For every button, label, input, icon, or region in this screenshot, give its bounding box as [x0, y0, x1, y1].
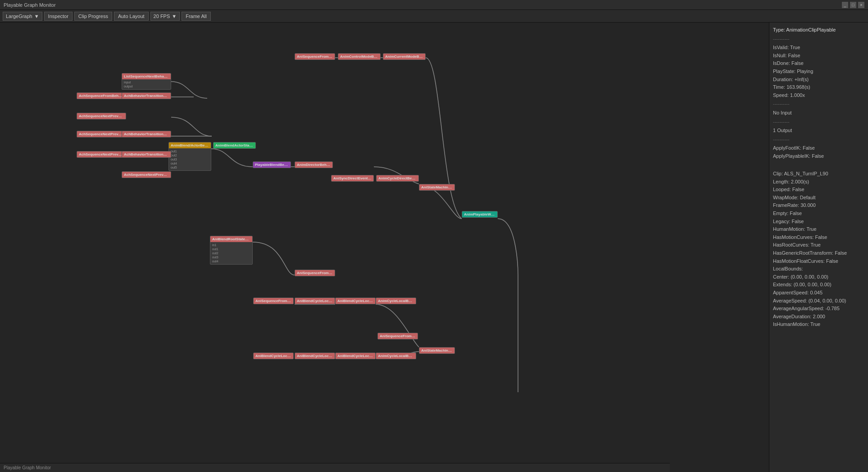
- graph-dropdown[interactable]: LargeGraph ▼: [3, 12, 42, 21]
- port-row: out3: [171, 157, 209, 161]
- port-row: out4: [212, 259, 250, 263]
- graph-node-n12[interactable]: PlayableBlendBehavior: [253, 161, 291, 168]
- inspector-panel: Type: AnimationClipPlayable ---------- I…: [769, 23, 868, 472]
- port-label: out2: [171, 154, 177, 157]
- maximize-button[interactable]: □: [850, 2, 856, 8]
- port-label: out4: [171, 162, 177, 165]
- graph-node-n11[interactable]: AnimBlendActorStateBehavior: [213, 142, 256, 149]
- chevron-down-icon: ▼: [34, 14, 39, 19]
- duration: Duration: +Inf(s): [773, 76, 864, 84]
- graph-node-n32[interactable]: AnimCycleLocalBehavior: [376, 353, 416, 359]
- chevron-down-icon: ▼: [172, 14, 177, 19]
- graph-node-n28[interactable]: AniStateMachineB: [419, 347, 455, 354]
- minimize-button[interactable]: _: [842, 2, 848, 8]
- port-row: output: [124, 84, 169, 88]
- graph-node-n18[interactable]: AnimCycleDirectBehavior: [376, 175, 419, 182]
- node-header-n14: AniSequenceFromTableBeh: [295, 54, 335, 60]
- graph-node-n4[interactable]: AchSequenceNextPrevBehavior: [77, 113, 126, 119]
- graph-node-n15[interactable]: AnimControlModeBehavior: [338, 53, 381, 60]
- apply-playable-ik: ApplyPlayableIK: False: [773, 152, 864, 160]
- graph-node-n30[interactable]: AniBlendCycleLocalBehavior: [295, 353, 335, 359]
- play-state: PlayState: Playing: [773, 68, 864, 76]
- graph-node-n8[interactable]: AchSequenceNextPrevBehavior: [77, 151, 126, 158]
- toolbar: LargeGraph ▼ Inspector Clip Progress Aut…: [0, 10, 868, 23]
- sep3: ----------: [773, 118, 864, 126]
- has-motion-curves: HasMotionCurves: False: [773, 234, 864, 242]
- node-header-n2: AchSequenceFromBehavior: [77, 93, 126, 99]
- graph-node-n24[interactable]: AniBlendCycleLocalBehavior: [295, 298, 335, 304]
- graph-node-n23[interactable]: AniSequenceFromTableBeh: [253, 298, 294, 304]
- port-label: out1: [171, 150, 177, 153]
- graph-node-n17[interactable]: AniSyncDirectEventBehavior: [331, 175, 374, 182]
- node-header-n8: AchSequenceNextPrevBehavior: [77, 151, 126, 157]
- graph-node-n7[interactable]: AnimBlend/ActorBehaviorout1out2out3out4o…: [168, 142, 211, 171]
- connections-svg: [0, 23, 769, 472]
- node-header-n20: AnimPlayableWIPBehavior: [462, 211, 497, 217]
- auto-layout-tab[interactable]: Auto Layout: [114, 12, 149, 21]
- node-ports-n7: out1out2out3out4out5: [169, 148, 211, 170]
- node-header-n29: AniBlendCycleLocalBehavior: [254, 353, 293, 359]
- graph-node-n20[interactable]: AnimPlayableWIPBehavior: [462, 211, 498, 218]
- graph-node-n25[interactable]: AniBlendCycleLocalBehavior: [335, 298, 376, 304]
- node-header-n4: AchSequenceNextPrevBehavior: [77, 113, 126, 119]
- type-label: Type: AnimationClipPlayable: [773, 26, 864, 34]
- graph-area[interactable]: ListSequenceNextBehaviorinputoutputAchSe…: [0, 23, 769, 472]
- graph-node-n22[interactable]: AniSequenceFromTableBeh: [295, 270, 335, 276]
- extends: Extends: (0.00, 0.00, 0.00): [773, 281, 864, 289]
- node-header-n18: AnimCycleDirectBehavior: [377, 175, 418, 181]
- graph-node-n1[interactable]: ListSequenceNextBehaviorinputoutput: [122, 73, 171, 90]
- clip: Clip: ALS_N_TurnIP_L90: [773, 170, 864, 178]
- average-angular-speed: AverageAngularSpeed: -0.785: [773, 305, 864, 313]
- graph-node-n16[interactable]: AnimCurrentModeBehavior: [383, 53, 426, 60]
- graph-node-n9[interactable]: AchBehaviorTransitionBehavior: [122, 151, 171, 158]
- average-duration: AverageDuration: 2.000: [773, 313, 864, 321]
- legacy: Legacy: False: [773, 218, 864, 226]
- node-ports-n21: in1out1out2out3out4: [210, 242, 252, 264]
- bottom-bar: Playable Graph Monitor: [0, 463, 670, 472]
- graph-node-n29[interactable]: AniBlendCycleLocalBehavior: [253, 353, 294, 359]
- sep4: ----------: [773, 136, 864, 144]
- output: 1 Output: [773, 127, 864, 135]
- sep2: ----------: [773, 100, 864, 108]
- graph-node-n3[interactable]: AchBehaviorTransitionBehavior: [122, 92, 171, 99]
- node-header-n19: AniStateMachineBehavior: [419, 184, 454, 190]
- node-header-n22: AniSequenceFromTableBeh: [295, 270, 335, 276]
- frame-rate: FrameRate: 30.000: [773, 202, 864, 210]
- title-bar: Playable Graph Monitor _ □ ×: [0, 0, 868, 10]
- graph-node-n13[interactable]: AnimDirectorBehavior: [295, 161, 333, 168]
- has-generic-root-transform: HasGenericRootTransform: False: [773, 249, 864, 257]
- graph-node-n31[interactable]: AniBlendCycleLocalBehavior: [335, 353, 376, 359]
- port-row: out1: [171, 149, 209, 153]
- graph-node-n26[interactable]: AnimCycleLocalBehavior: [376, 298, 416, 304]
- graph-node-n27[interactable]: AniSequenceFromTableBeh: [377, 333, 418, 339]
- node-header-n12: PlayableBlendBehavior: [253, 162, 291, 168]
- graph-node-n19[interactable]: AniStateMachineBehavior: [419, 184, 455, 191]
- node-header-n13: AnimDirectorBehavior: [295, 162, 332, 168]
- port-row: out1: [212, 247, 250, 251]
- port-row: out4: [171, 161, 209, 165]
- node-header-n31: AniBlendCycleLocalBehavior: [336, 353, 375, 359]
- title-bar-text: Playable Graph Monitor: [4, 2, 842, 8]
- apply-foot-ik: ApplyFootIK: False: [773, 144, 864, 152]
- graph-node-n10[interactable]: AchSequenceNextPrevBehavior: [122, 171, 171, 178]
- fps-dropdown[interactable]: 20 FPS ▼: [150, 12, 180, 21]
- is-valid: IsValid: True: [773, 44, 864, 52]
- graph-node-n21[interactable]: AniBlendRootStateTBehaviorin1out1out2out…: [210, 236, 253, 265]
- node-header-n17: AniSyncDirectEventBehavior: [332, 175, 373, 181]
- no-input: No Input: [773, 109, 864, 117]
- node-header-n32: AnimCycleLocalBehavior: [376, 353, 416, 359]
- frame-all-button[interactable]: Frame All: [182, 12, 210, 21]
- port-label: output: [124, 85, 132, 88]
- graph-node-n14[interactable]: AniSequenceFromTableBeh: [295, 53, 335, 60]
- node-header-n30: AniBlendCycleLocalBehavior: [295, 353, 335, 359]
- inspector-tab[interactable]: Inspector: [44, 12, 73, 21]
- close-button[interactable]: ×: [858, 2, 864, 8]
- graph-node-n6[interactable]: AchBehaviorTransitionBehavior: [122, 131, 171, 137]
- node-header-n11: AnimBlendActorStateBehavior: [214, 142, 255, 148]
- clip-progress-tab[interactable]: Clip Progress: [74, 12, 112, 21]
- length: Length: 2.000(s): [773, 178, 864, 186]
- title-bar-controls: _ □ ×: [842, 2, 864, 8]
- graph-node-n5[interactable]: AchSequenceNextPrevBehavior: [77, 131, 126, 137]
- has-motion-float-curves: HasMotionFloatCurves: False: [773, 257, 864, 266]
- graph-node-n2[interactable]: AchSequenceFromBehavior: [77, 92, 126, 99]
